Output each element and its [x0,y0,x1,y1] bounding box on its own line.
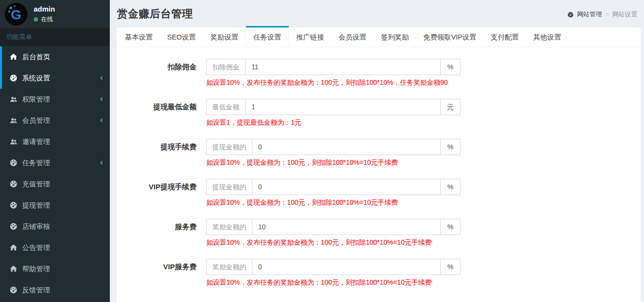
sidebar-item-announcement[interactable]: 公告管理 [0,237,110,258]
input-suffix-unit: % [440,59,460,75]
field-control: 提现金额的%如设置10%，提现金额为：100元，则扣除100*10%=10元手续… [206,139,460,167]
task-settings-form: 扣除佣金扣除佣金%如设置10%，发布任务的奖励金额为：100元，则扣除100*1… [117,47,641,287]
tab-seo[interactable]: SEO设置 [160,27,203,47]
withdraw-fee-input[interactable] [252,139,440,155]
sidebar: G admin 在线 功能菜单 后台首页系统设置‹权限管理‹会员管理‹邀请管理任… [0,0,110,302]
input-addon-label: 奖励金额的 [207,259,252,275]
field-hint: 如设置10%，发布任务的奖励金额为：100元，则扣除100*10%=10元手续费 [206,278,460,287]
sidebar-item-permission[interactable]: 权限管理‹ [0,89,110,110]
input-group: 奖励金额的% [206,219,460,235]
field-label: 提现最低金额 [117,99,201,115]
sidebar-item-system[interactable]: 系统设置‹ [0,67,110,89]
users-icon [10,138,17,145]
sidebar-item-label: 会员管理 [22,116,50,125]
input-group: 最低金额元 [206,99,460,115]
tab-task[interactable]: 任务设置 [246,26,289,47]
settings-tabs: 基本设置SEO设置奖励设置任务设置推广链接会员设置签到奖励免费领取VIP设置支付… [117,27,641,47]
sidebar-item-label: 充值管理 [22,180,50,189]
dashboard-icon [10,180,17,188]
input-addon-label: 提现金额的 [207,139,252,155]
tab-other[interactable]: 其他设置 [526,27,568,47]
sidebar-item-recharge[interactable]: 充值管理 [0,173,110,195]
page-title: 赏金赚后台管理 [117,7,637,21]
field-label: 提现手续费 [117,139,201,155]
main-area: 赏金赚后台管理 网站管理 > 网站设置 基本设置SEO设置奖励设置任务设置推广链… [110,0,644,302]
sidebar-item-member[interactable]: 会员管理‹ [0,110,110,131]
sidebar-item-label: 权限管理 [22,95,50,104]
chevron-left-icon: ‹ [100,74,103,82]
tab-free-vip[interactable]: 免费领取VIP设置 [416,27,484,47]
sidebar-item-label: 提现管理 [22,201,50,210]
field-label: 服务费 [117,219,201,235]
field-hint: 如设置10%，发布任务的奖励金额为：100元，则扣除100*10%，任务奖励金额… [206,79,460,87]
field-hint: 如设置10%，提现金额为：100元，则扣除100*10%=10元手续费 [206,158,460,167]
input-suffix-unit: % [440,139,460,155]
vip-withdraw-fee-input[interactable] [252,179,440,195]
input-addon-label: 奖励金额的 [207,219,252,235]
input-suffix-unit: % [440,179,460,195]
settings-card: 基本设置SEO设置奖励设置任务设置推广链接会员设置签到奖励免费领取VIP设置支付… [117,27,641,302]
field-hint: 如设置1，提现最低金额为：1元 [206,118,460,127]
sidebar-item-label: 帮助管理 [22,264,50,274]
vip-service-fee-input[interactable] [252,259,440,275]
service-fee-input[interactable] [252,219,440,235]
form-row-min-withdraw: 提现最低金额最低金额元如设置1，提现最低金额为：1元 [117,99,641,127]
avatar-dot [8,11,10,13]
tab-member[interactable]: 会员设置 [331,27,374,47]
sidebar-item-task[interactable]: 任务管理‹ [0,152,110,173]
sidebar-item-shop-audit[interactable]: 店铺审核 [0,216,110,237]
sidebar-item-withdraw[interactable]: 提现管理 [0,195,110,216]
field-control: 最低金额元如设置1，提现最低金额为：1元 [206,99,460,127]
sidebar-menu: 后台首页系统设置‹权限管理‹会员管理‹邀请管理任务管理‹充值管理提现管理店铺审核… [0,46,110,301]
users-icon [10,117,17,124]
chevron-left-icon: ‹ [100,158,103,167]
chevron-left-icon: ‹ [100,95,103,103]
dashboard-icon [10,159,17,167]
avatar[interactable]: G [5,3,27,26]
sidebar-item-label: 邀请管理 [22,137,50,146]
tab-reward[interactable]: 奖励设置 [203,27,246,47]
field-label: 扣除佣金 [117,59,201,75]
sidebar-item-label: 系统设置 [22,74,50,83]
breadcrumb-site-settings: 网站设置 [612,10,637,19]
sidebar-item-home[interactable]: 后台首页 [0,46,110,67]
input-suffix-unit: 元 [440,99,460,115]
home-icon [10,244,17,251]
breadcrumb-site-management[interactable]: 网站管理 [577,10,602,19]
min-withdraw-input[interactable] [246,99,440,115]
tab-promo-link[interactable]: 推广链接 [289,27,331,47]
sidebar-item-feedback[interactable]: 反馈管理 [0,279,110,301]
avatar-dot [14,5,15,7]
sidebar-item-label: 后台首页 [22,53,50,62]
home-icon [10,265,17,273]
users-icon [10,95,17,103]
form-row-vip-withdraw-fee: VIP提现手续费提现金额的%如设置10%，提现金额为：100元，则扣除100*1… [117,179,641,207]
input-group: 提现金额的% [206,139,460,155]
tab-basic[interactable]: 基本设置 [118,27,160,47]
field-hint: 如设置10%，提现金额为：100元，则扣除100*10%=10元手续费 [206,198,460,207]
tab-sign-in[interactable]: 签到奖励 [374,27,416,47]
breadcrumb-separator: > [605,11,609,18]
avatar-logo-letter: G [11,8,22,22]
dashboard-icon [10,286,17,294]
sidebar-section-label: 功能菜单 [0,28,110,46]
input-suffix-unit: % [440,219,460,235]
input-group: 奖励金额的% [206,259,460,275]
user-status: 在线 [34,15,55,24]
input-addon-label: 扣除佣金 [207,59,246,75]
home-icon [10,53,17,61]
sidebar-item-help[interactable]: 帮助管理 [0,258,110,279]
tab-payment[interactable]: 支付配置 [484,27,526,47]
form-row-withdraw-fee: 提现手续费提现金额的%如设置10%，提现金额为：100元，则扣除100*10%=… [117,139,641,167]
dashboard-icon [567,12,574,18]
dashboard-icon [10,201,17,209]
form-row-service-fee: 服务费奖励金额的%如设置10%，发布任务的奖励金额为：100元，则扣除100*1… [117,219,641,247]
input-group: 扣除佣金% [206,59,460,75]
deduct-commission-input[interactable] [246,59,440,75]
sidebar-item-invite[interactable]: 邀请管理 [0,131,110,152]
input-suffix-unit: % [440,259,460,275]
user-name: admin [34,5,55,13]
input-group: 提现金额的% [206,179,460,195]
sidebar-item-label: 反馈管理 [22,286,50,295]
sidebar-item-label: 任务管理 [22,158,50,168]
